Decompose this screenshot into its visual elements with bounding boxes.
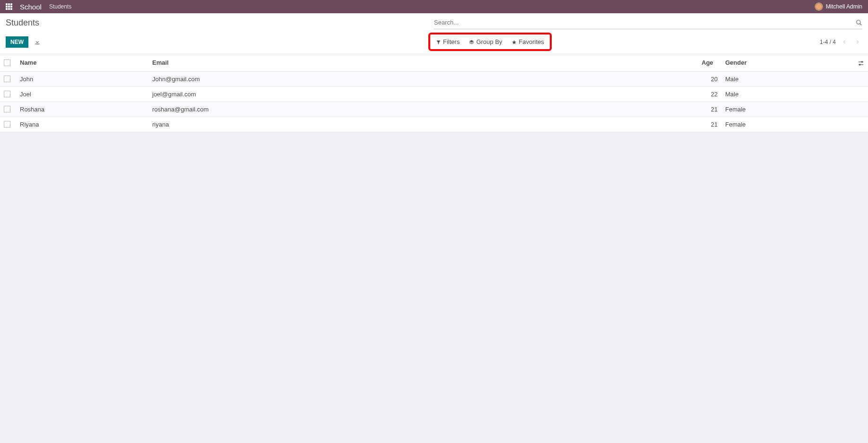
page-title: Students <box>6 16 434 30</box>
cell-name: Riyana <box>16 117 148 132</box>
cell-age: 22 <box>698 86 721 102</box>
header-age[interactable]: Age <box>698 54 721 71</box>
apps-icon[interactable] <box>6 3 12 10</box>
layers-icon <box>469 38 474 45</box>
star-icon <box>512 38 517 45</box>
cell-gender: Female <box>721 117 854 132</box>
row-checkbox[interactable] <box>4 91 10 97</box>
header-email[interactable]: Email <box>148 54 698 71</box>
table-row[interactable]: Joel joel@gmail.com 22 Male <box>0 86 868 102</box>
row-checkbox[interactable] <box>4 121 10 128</box>
header-name[interactable]: Name <box>16 54 148 71</box>
cell-email: roshana@gmail.com <box>148 102 698 117</box>
username[interactable]: Mitchell Admin <box>826 3 862 10</box>
groupby-label: Group By <box>476 38 502 45</box>
table-row[interactable]: John John@gmail.com 20 Male <box>0 71 868 86</box>
topbar: School Students Mitchell Admin <box>0 0 868 13</box>
search-icon[interactable] <box>856 18 862 26</box>
table-wrap: Name Email Age Gender John John@gmail.co… <box>0 54 868 132</box>
cell-email: riyana <box>148 117 698 132</box>
svg-line-1 <box>860 24 862 26</box>
search-input[interactable] <box>434 17 856 28</box>
favorites-button[interactable]: Favorites <box>511 36 545 47</box>
svg-point-3 <box>861 61 862 62</box>
control-right: 1-4 / 4 <box>820 38 862 45</box>
svg-point-0 <box>857 20 860 24</box>
filters-button[interactable]: Filters <box>435 36 460 47</box>
table-row[interactable]: Riyana riyana 21 Female <box>0 117 868 132</box>
table-row[interactable]: Roshana roshana@gmail.com 21 Female <box>0 102 868 117</box>
header-checkbox-cell <box>0 54 16 71</box>
new-button[interactable]: NEW <box>6 36 28 48</box>
avatar[interactable] <box>815 2 823 11</box>
sliders-icon[interactable] <box>858 59 864 66</box>
search-wrap <box>434 17 862 29</box>
cell-gender: Male <box>721 86 854 102</box>
groupby-button[interactable]: Group By <box>468 36 503 47</box>
control-mid: Filters Group By Favorites <box>434 33 552 51</box>
pager-next[interactable] <box>853 38 862 45</box>
students-table: Name Email Age Gender John John@gmail.co… <box>0 54 868 132</box>
header-options <box>854 54 868 71</box>
cell-gender: Female <box>721 102 854 117</box>
cell-name: Roshana <box>16 102 148 117</box>
row-checkbox[interactable] <box>4 106 10 112</box>
svg-point-5 <box>859 64 860 65</box>
cell-name: John <box>16 71 148 86</box>
control-row-1: Students <box>6 16 862 30</box>
menu-students[interactable]: Students <box>49 3 71 10</box>
cell-gender: Male <box>721 71 854 86</box>
cell-name: Joel <box>16 86 148 102</box>
funnel-icon <box>436 38 441 45</box>
filters-label: Filters <box>443 38 460 45</box>
app-brand[interactable]: School <box>20 3 42 11</box>
highlight-annotation: Filters Group By Favorites <box>428 33 552 51</box>
topbar-left: School Students <box>6 3 71 11</box>
row-checkbox[interactable] <box>4 76 10 82</box>
header-gender[interactable]: Gender <box>721 54 854 71</box>
download-button[interactable] <box>32 36 43 47</box>
pager-text: 1-4 / 4 <box>820 39 836 45</box>
cell-age: 20 <box>698 71 721 86</box>
table-header-row: Name Email Age Gender <box>0 54 868 71</box>
cell-age: 21 <box>698 102 721 117</box>
topbar-right: Mitchell Admin <box>815 2 862 11</box>
control-row-2: NEW Filters Group By Favorites <box>6 30 862 54</box>
pager-prev[interactable] <box>840 38 849 45</box>
cell-email: joel@gmail.com <box>148 86 698 102</box>
favorites-label: Favorites <box>519 38 544 45</box>
cell-email: John@gmail.com <box>148 71 698 86</box>
cell-age: 21 <box>698 117 721 132</box>
select-all-checkbox[interactable] <box>4 60 10 66</box>
control-panel: Students NEW Filters Group By <box>0 13 868 54</box>
control-left: NEW <box>6 36 434 48</box>
